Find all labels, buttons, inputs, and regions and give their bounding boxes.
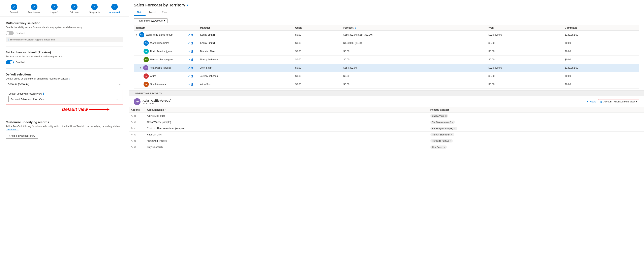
learn-more-link[interactable]: Learn more. bbox=[6, 128, 19, 130]
forecast-cell-1: $1,000.00 ($0.00) bbox=[342, 39, 486, 47]
underlying-row: ✎ ⊙ Trey Research Alex Baker ✕ bbox=[129, 144, 644, 150]
forecast-title-row: Sales Forecast by Territory ▾ bbox=[134, 3, 639, 8]
kanban-toggle[interactable] bbox=[6, 60, 14, 64]
user-icon[interactable]: 👤 bbox=[191, 42, 194, 44]
step-advanced[interactable]: ✓ Advanced bbox=[104, 4, 124, 14]
forecast-table-area: ⋮ Drill down by: Account ▾ Territory Man… bbox=[129, 16, 644, 88]
divider-1 bbox=[6, 46, 123, 46]
contact-remove-3[interactable]: ✕ bbox=[451, 134, 452, 136]
multicurrency-toggle[interactable] bbox=[6, 31, 14, 35]
won-cell-1: $0.00 bbox=[486, 39, 563, 47]
forecast-dropdown-icon[interactable]: ▾ bbox=[187, 3, 188, 7]
edit-icon[interactable]: ✎ bbox=[131, 133, 133, 136]
info-circle-icon[interactable]: ⊙ bbox=[134, 140, 136, 142]
forecast-header: Sales Forecast by Territory ▾ Grid Trend… bbox=[129, 0, 644, 16]
user-icon[interactable]: 👤 bbox=[191, 66, 194, 69]
share-icon[interactable]: ↗ bbox=[188, 42, 190, 44]
territory-name: South America bbox=[150, 83, 166, 86]
edit-icon[interactable]: ✎ bbox=[131, 146, 133, 148]
step-drilldown-label: Drill down bbox=[70, 11, 79, 14]
contact-remove-4[interactable]: ✕ bbox=[450, 140, 451, 142]
edit-icon[interactable]: ✎ bbox=[131, 140, 133, 142]
manager-cell-5: Jeremy Johnson bbox=[198, 72, 293, 80]
committed-cell-4: $133,882.00 bbox=[563, 64, 639, 72]
share-icon[interactable]: ↗ bbox=[188, 58, 190, 61]
col-territory: Territory bbox=[134, 25, 186, 30]
share-icon[interactable]: ↗ bbox=[188, 34, 190, 36]
contact-cell-3: Haroun Stormonth ✕ bbox=[428, 132, 644, 138]
tab-trend[interactable]: Trend bbox=[146, 9, 159, 16]
forecast-row: SA South America ↗ 👤 Alton Stott $0.00 $… bbox=[134, 80, 639, 88]
step-snapshots[interactable]: ✓ Snapshots bbox=[84, 4, 104, 14]
edit-icon[interactable]: ✎ bbox=[131, 114, 133, 117]
info-circle-icon[interactable]: ⊙ bbox=[134, 133, 136, 136]
user-icon[interactable]: 👤 bbox=[191, 50, 194, 53]
row-action-icons-5: ↗ 👤 bbox=[186, 72, 198, 80]
group-select[interactable]: Account (Account) bbox=[6, 81, 123, 87]
territory-name: Asia Pacific (group) bbox=[150, 66, 171, 69]
funnel-icon: ⋮ bbox=[136, 19, 138, 22]
underlying-table: Actions Account Name ↑ Primary Contact ✎… bbox=[129, 107, 644, 150]
actions-cell-4: ✎ ⊙ bbox=[129, 138, 145, 144]
contact-remove-2[interactable]: ✕ bbox=[454, 128, 456, 130]
drill-down-row: ⋮ Drill down by: Account ▾ bbox=[134, 18, 639, 23]
divider-3 bbox=[6, 116, 123, 116]
edit-icon[interactable]: ✎ bbox=[131, 127, 133, 130]
forecast-row: WE Western Europe (gro ↗ 👤 Nancy Anderso… bbox=[134, 56, 639, 64]
step-permissions[interactable]: ✓ Permissions* bbox=[24, 4, 44, 14]
expand-icon[interactable]: ▼ bbox=[140, 67, 142, 69]
kanban-section: Set kanban as default (Preview) Set kanb… bbox=[6, 50, 123, 64]
info-circle-icon[interactable]: ⊙ bbox=[134, 146, 136, 148]
contact-remove-1[interactable]: ✕ bbox=[452, 121, 453, 123]
share-icon[interactable]: ↗ bbox=[188, 83, 190, 86]
contact-tag-3: Haroun Stormonth ✕ bbox=[430, 133, 454, 136]
view-field-label: Default underlying records view bbox=[8, 92, 42, 95]
user-icon[interactable]: 👤 bbox=[191, 75, 194, 78]
left-panel: ✓ General* ✓ Permissions* ✓ Layout* ✓ Dr… bbox=[0, 0, 129, 257]
quota-cell-5: $0.00 bbox=[293, 72, 342, 80]
territory-name: Africa bbox=[150, 75, 156, 78]
forecast-row: ▼ WS World Wide Sales (group ↗ 👤 Kenny S… bbox=[134, 30, 639, 39]
expand-icon[interactable]: ▼ bbox=[136, 34, 138, 36]
info-circle-icon[interactable]: ⊙ bbox=[134, 114, 136, 117]
manager-cell-0: Kenny Smith1 bbox=[198, 30, 293, 39]
view-selector[interactable]: ⊞ Account Advanced Find View ▾ bbox=[598, 99, 639, 104]
drill-down-button[interactable]: ⋮ Drill down by: Account ▾ bbox=[134, 18, 168, 23]
territory-cell-6: SA South America bbox=[134, 80, 186, 88]
default-view-section: Default underlying records view ℹ Accoun… bbox=[6, 90, 123, 104]
won-cell-3: $0.00 bbox=[486, 56, 563, 64]
committed-cell-2: $0.00 bbox=[563, 47, 639, 56]
share-icon[interactable]: ↗ bbox=[188, 66, 190, 69]
add-library-button[interactable]: + Add a javascript library bbox=[6, 133, 38, 139]
contact-remove-0[interactable]: ✕ bbox=[445, 115, 447, 117]
underlying-header-label: UNDERLYING RECORDS bbox=[129, 90, 644, 96]
annotation-text: Default view bbox=[62, 107, 88, 112]
kanban-toggle-row: Enabled bbox=[6, 60, 123, 64]
underlying-row: ✎ ⊙ Coho Winery (sample) Jim Glynn (samp… bbox=[129, 119, 644, 126]
tab-grid[interactable]: Grid bbox=[134, 9, 146, 16]
user-icon[interactable]: 👤 bbox=[191, 34, 194, 36]
view-select-wrapper[interactable]: Account Advanced Find View bbox=[8, 96, 120, 102]
info-circle-icon[interactable]: ⊙ bbox=[134, 127, 136, 130]
view-select[interactable]: Account Advanced Find View bbox=[8, 96, 120, 102]
step-drilldown[interactable]: ✓ Drill down bbox=[64, 4, 84, 14]
step-general[interactable]: ✓ General* bbox=[4, 4, 24, 14]
underlying-row: ✎ ⊙ Contoso Pharmaceuticals (sample) Rob… bbox=[129, 126, 644, 132]
step-layout[interactable]: ✓ Layout* bbox=[44, 4, 64, 14]
group-select-wrapper[interactable]: Account (Account) bbox=[6, 81, 123, 87]
user-icon[interactable]: 👤 bbox=[191, 58, 194, 61]
share-icon[interactable]: ↗ bbox=[188, 50, 190, 53]
edit-icon[interactable]: ✎ bbox=[131, 121, 133, 124]
info-circle-icon[interactable]: ⊙ bbox=[134, 121, 136, 124]
contact-remove-5[interactable]: ✕ bbox=[444, 146, 445, 148]
contact-cell-2: Robert Lyon (sample) ✕ bbox=[428, 126, 644, 132]
territory-avatar: NA bbox=[144, 49, 149, 54]
tab-flow[interactable]: Flow bbox=[159, 9, 170, 16]
step-layout-label: Layout* bbox=[50, 11, 58, 14]
user-icon[interactable]: 👤 bbox=[191, 83, 194, 86]
filter-button[interactable]: ▼ Filters bbox=[586, 100, 596, 103]
actions-cell-1: ✎ ⊙ bbox=[129, 119, 145, 126]
share-icon[interactable]: ↗ bbox=[188, 75, 190, 78]
forecast-cell-2: $0.00 bbox=[342, 47, 486, 56]
contact-cell-5: Alex Baker ✕ bbox=[428, 144, 644, 150]
